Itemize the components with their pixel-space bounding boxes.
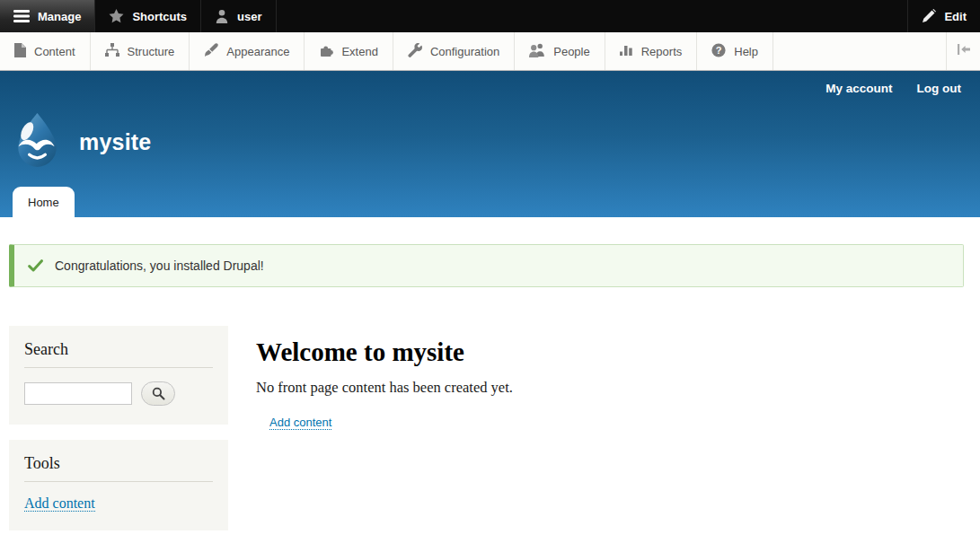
page-title: Welcome to mysite [256, 337, 964, 367]
secondary-menu: My account Log out [825, 82, 961, 95]
tray-tab-appearance[interactable]: Appearance [190, 32, 305, 70]
tray-tab-reports[interactable]: Reports [605, 32, 698, 70]
tray-tab-label: People [553, 45, 589, 58]
tab-home[interactable]: Home [13, 187, 75, 217]
tray-tab-configuration[interactable]: Configuration [393, 32, 515, 70]
search-submit-button[interactable] [141, 381, 175, 406]
search-input[interactable] [24, 382, 132, 405]
menu-icon [13, 10, 30, 22]
help-icon: ? [711, 43, 726, 60]
toolbar-item-shortcuts[interactable]: Shortcuts [95, 0, 201, 32]
svg-text:?: ? [716, 45, 722, 56]
toolbar-item-edit[interactable]: Edit [907, 0, 980, 32]
sitemap-icon [105, 43, 119, 60]
drupal-logo[interactable] [11, 112, 64, 172]
toolbar-item-manage[interactable]: Manage [0, 0, 95, 32]
toolbar-item-user[interactable]: user [201, 0, 276, 32]
brush-icon [204, 43, 218, 60]
toolbar-item-label: Manage [38, 10, 81, 23]
tray-tab-label: Help [734, 45, 758, 58]
page-layout: Search Tools Add content Welcome to mysi… [9, 326, 964, 546]
tray-tab-label: Content [34, 45, 75, 58]
checkmark-icon [28, 259, 43, 272]
people-icon [529, 43, 545, 60]
status-text: Congratulations, you installed Drupal! [55, 258, 264, 273]
search-block-title: Search [24, 340, 213, 368]
tools-block: Tools Add content [9, 440, 228, 530]
toolbar-orientation-toggle[interactable] [946, 32, 980, 70]
user-icon [215, 9, 229, 23]
main-content: Welcome to mysite No front page content … [256, 326, 964, 430]
primary-tabs: Home [13, 187, 75, 217]
bar-chart-icon [620, 43, 633, 59]
add-content-link[interactable]: Add content [269, 416, 331, 430]
tray-tab-structure[interactable]: Structure [91, 32, 190, 70]
admin-toolbar: Manage Shortcuts user Edit [0, 0, 980, 32]
tray-tab-help[interactable]: ? Help [697, 32, 773, 70]
admin-toolbar-tray: Content Structure Appearance Extend Conf… [0, 32, 980, 71]
my-account-link[interactable]: My account [825, 82, 892, 95]
pencil-icon [922, 9, 936, 23]
search-block: Search [9, 326, 228, 425]
toolbar-item-label: Edit [944, 10, 967, 23]
star-icon [109, 9, 124, 23]
logout-link[interactable]: Log out [917, 82, 961, 95]
search-form [24, 381, 213, 406]
tray-tab-label: Extend [341, 45, 377, 58]
site-header: My account Log out mysite Home [0, 71, 980, 217]
tray-tab-label: Appearance [226, 45, 289, 58]
tray-tab-people[interactable]: People [515, 32, 605, 70]
search-icon [152, 387, 165, 400]
tray-tab-extend[interactable]: Extend [305, 32, 393, 70]
wrench-icon [408, 43, 422, 60]
tray-tab-label: Structure [128, 45, 175, 58]
tray-tab-label: Reports [641, 45, 683, 58]
site-branding: mysite [11, 112, 151, 172]
tray-tab-label: Configuration [430, 45, 499, 58]
sidebar: Search Tools Add content [9, 326, 228, 546]
tools-add-content-link[interactable]: Add content [24, 495, 95, 512]
file-icon [14, 43, 26, 60]
tools-block-title: Tools [24, 454, 213, 482]
empty-frontpage-message: No front page content has been created y… [256, 379, 964, 397]
toolbar-item-label: Shortcuts [132, 10, 187, 23]
site-name[interactable]: mysite [79, 129, 151, 155]
puzzle-icon [319, 43, 333, 60]
toolbar-item-label: user [237, 10, 261, 23]
tray-tab-content[interactable]: Content [0, 32, 91, 70]
tray-spacer [773, 32, 946, 70]
toolbar-orientation-icon [957, 43, 971, 59]
status-message: Congratulations, you installed Drupal! [9, 244, 964, 287]
